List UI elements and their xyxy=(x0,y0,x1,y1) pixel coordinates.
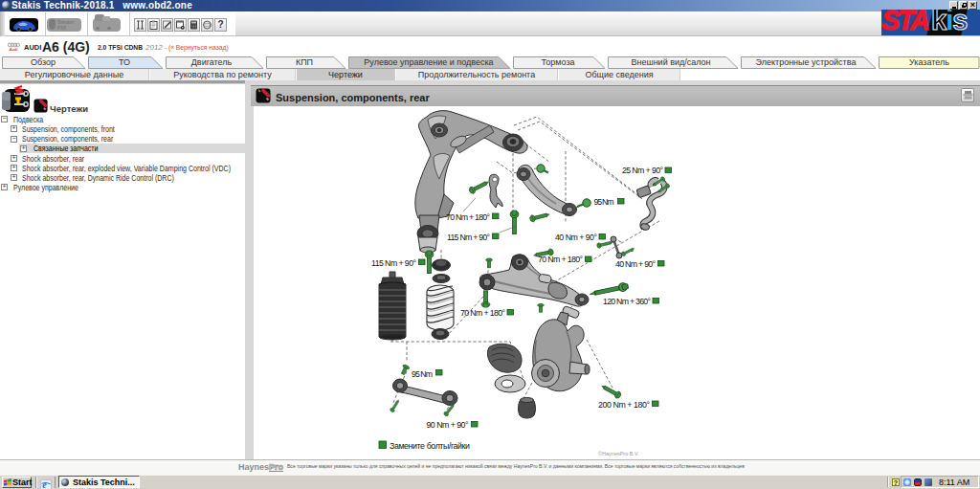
svg-text:200 Nm + 180°: 200 Nm + 180° xyxy=(598,400,650,410)
svg-text:Замените болты/гайки: Замените болты/гайки xyxy=(390,441,470,451)
svg-text:95 Nm: 95 Nm xyxy=(412,369,433,379)
svg-text:25 Nm + 90°: 25 Nm + 90° xyxy=(622,166,663,175)
svg-text:Обзор: Обзор xyxy=(31,57,56,67)
svg-text:Внешний вид/салон: Внешний вид/салон xyxy=(631,57,710,67)
svg-text:Электронные устройства: Электронные устройства xyxy=(756,57,857,67)
svg-text:Тормоза: Тормоза xyxy=(541,57,574,67)
svg-text:Указатель: Указатель xyxy=(909,57,949,67)
svg-text:КПП: КПП xyxy=(296,57,313,67)
svg-text:40 Nm + 90°: 40 Nm + 90° xyxy=(615,259,656,269)
svg-text:Audi: Audi xyxy=(9,47,19,51)
svg-text:115 Nm + 90°: 115 Nm + 90° xyxy=(371,258,416,268)
svg-text:e: e xyxy=(42,479,47,489)
svg-text:Рулевое управление и подвеска: Рулевое управление и подвеска xyxy=(364,57,493,67)
svg-text:©HaynesPro B.V.: ©HaynesPro B.V. xyxy=(598,451,639,456)
svg-text:70 Nm + 180°: 70 Nm + 180° xyxy=(460,308,505,318)
svg-text:70 Nm + 180°: 70 Nm + 180° xyxy=(538,255,583,264)
svg-text:95 Nm: 95 Nm xyxy=(594,197,614,207)
svg-text:115 Nm + 90°: 115 Nm + 90° xyxy=(447,233,490,242)
svg-text:70 Nm + 180°: 70 Nm + 180° xyxy=(446,212,490,222)
svg-text:120 Nm + 360°: 120 Nm + 360° xyxy=(603,297,651,306)
svg-text:40 Nm + 90°: 40 Nm + 90° xyxy=(555,233,597,242)
svg-text:90 Nm + 90°: 90 Nm + 90° xyxy=(427,420,469,430)
svg-text:Двигатель: Двигатель xyxy=(191,57,233,67)
svg-text:ТО: ТО xyxy=(119,57,130,67)
